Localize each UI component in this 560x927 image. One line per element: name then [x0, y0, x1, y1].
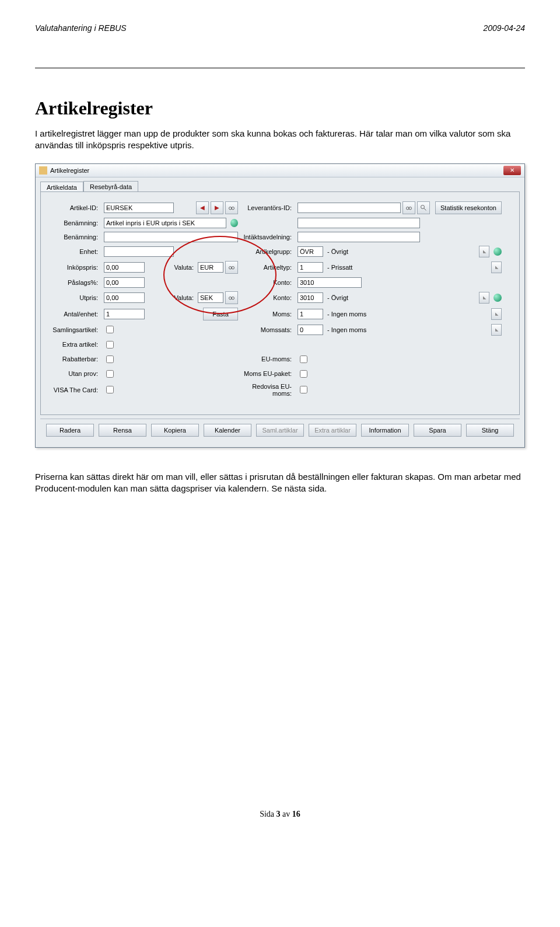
momseupaket-checkbox[interactable]: [300, 370, 307, 378]
konto2-input[interactable]: [298, 292, 323, 303]
antalenhet-input[interactable]: [104, 309, 145, 319]
tab-panel: Artikel-ID: ◀ ▶ Leverantörs-ID: Statisti…: [40, 191, 520, 415]
artikeltyp-input[interactable]: [298, 262, 323, 273]
valuta1-input[interactable]: [198, 262, 223, 273]
konto1-input[interactable]: [298, 277, 362, 288]
label-momseupaket: Moms EU-paket:: [242, 370, 294, 377]
rabatterbar-checkbox[interactable]: [106, 356, 114, 363]
intro-paragraph-1: I artikelregistret lägger man upp de pro…: [35, 128, 525, 152]
tab-resebyra[interactable]: Resebyrå-data: [83, 181, 138, 192]
inkopspris-input[interactable]: [104, 262, 145, 273]
stang-button[interactable]: Stäng: [466, 424, 514, 437]
dropdown-icon[interactable]: ◣: [491, 308, 502, 320]
label-enhet: Enhet:: [48, 248, 100, 255]
konto2-desc: - Övrigt: [325, 294, 477, 301]
window-icon: [39, 166, 47, 175]
prev-icon[interactable]: ◀: [196, 201, 209, 214]
svg-point-6: [229, 266, 232, 269]
enhet-input[interactable]: [104, 246, 174, 257]
svg-line-5: [424, 208, 426, 210]
artikeltyp-desc: - Prissatt: [325, 264, 489, 271]
binoculars-icon[interactable]: [225, 291, 238, 304]
samlartiklar-button[interactable]: Saml.artiklar: [256, 424, 304, 437]
statistik-button[interactable]: Statistik resekonton: [435, 201, 502, 214]
window-title: Artikelregister: [50, 167, 89, 174]
magnifier-icon[interactable]: [417, 201, 430, 214]
label-momssats: Momssats:: [242, 326, 294, 333]
next-icon[interactable]: ▶: [211, 201, 223, 214]
svg-point-2: [407, 207, 410, 210]
benamning2-input[interactable]: [104, 232, 238, 242]
utanprov-checkbox[interactable]: [106, 370, 114, 378]
moms-desc: - Ingen moms: [325, 311, 489, 318]
label-utanprov: Utan prov:: [48, 370, 100, 377]
label-artikeltyp: Artikeltyp:: [242, 264, 294, 271]
label-leverantorsid: Leverantörs-ID:: [242, 204, 294, 211]
label-inkopspris: Inköpspris:: [48, 264, 100, 271]
svg-point-3: [409, 207, 412, 210]
momssats-input[interactable]: [298, 325, 323, 335]
redovisaeumoms-checkbox[interactable]: [300, 386, 307, 393]
kalender-button[interactable]: Kalender: [204, 424, 251, 437]
label-konto2: Konto:: [242, 294, 294, 301]
status-dot-icon[interactable]: [230, 219, 238, 227]
kopiera-button[interactable]: Kopiera: [151, 424, 199, 437]
status-dot-icon[interactable]: [494, 248, 502, 256]
information-button[interactable]: Information: [361, 424, 409, 437]
label-benamning2: Benämning:: [48, 234, 100, 241]
artikelgrupp-input[interactable]: [298, 246, 323, 257]
status-dot-icon[interactable]: [494, 294, 502, 302]
spara-button[interactable]: Spara: [414, 424, 461, 437]
label-valuta2: Valuta:: [146, 294, 196, 301]
button-bar: Radera Rensa Kopiera Kalender Saml.artik…: [40, 419, 520, 441]
eumoms-checkbox[interactable]: [300, 356, 307, 363]
binoculars-icon[interactable]: [225, 261, 238, 274]
label-redovisaeumoms: Redovisa EU-moms:: [242, 383, 294, 397]
label-antalenhet: Antal/enhet:: [48, 311, 100, 318]
label-extraartikel: Extra artikel:: [48, 341, 100, 348]
app-window: Artikelregister ✕ Artikeldata Resebyrå-d…: [35, 163, 525, 448]
fasta-button[interactable]: Fasta: [203, 308, 238, 320]
label-paslag: Påslags%:: [48, 279, 100, 286]
page-footer: Sida 3 av 16: [35, 810, 525, 819]
svg-point-1: [232, 207, 235, 210]
leverantorsid-input[interactable]: [298, 203, 401, 213]
intaktsavdelning-input[interactable]: [298, 232, 420, 242]
header-right: 2009-04-24: [483, 23, 525, 33]
binoculars-icon[interactable]: [225, 201, 238, 214]
label-artikelid: Artikel-ID:: [48, 204, 100, 211]
visathecard-checkbox[interactable]: [106, 386, 114, 393]
momssats-desc: - Ingen moms: [325, 326, 489, 333]
moms-input[interactable]: [298, 309, 323, 319]
label-samlingsartikel: Samlingsartikel:: [48, 326, 100, 333]
svg-point-9: [232, 297, 235, 299]
doc-header: Valutahantering i REBUS 2009-04-24: [35, 23, 525, 33]
label-visathecard: VISA The Card:: [48, 386, 100, 393]
dropdown-icon[interactable]: ◣: [479, 292, 489, 304]
utpris-input[interactable]: [104, 292, 145, 303]
dropdown-icon[interactable]: ◣: [491, 324, 502, 336]
artikelgrupp-desc: - Övrigt: [325, 248, 477, 255]
paslag-input[interactable]: [104, 277, 145, 288]
dropdown-icon[interactable]: ◣: [479, 246, 489, 257]
benamning-lev-input[interactable]: [298, 218, 420, 228]
svg-point-0: [229, 207, 232, 210]
tab-strip: Artikeldata Resebyrå-data: [40, 181, 520, 192]
radera-button[interactable]: Radera: [46, 424, 94, 437]
samlingsartikel-checkbox[interactable]: [106, 326, 114, 333]
artikelid-input[interactable]: [104, 203, 174, 213]
label-rabatterbar: Rabatterbar:: [48, 356, 100, 363]
svg-point-7: [232, 266, 235, 269]
close-icon[interactable]: ✕: [503, 166, 521, 175]
dropdown-icon[interactable]: ◣: [491, 262, 502, 273]
binoculars-icon[interactable]: [402, 201, 415, 214]
benamning-input[interactable]: [104, 218, 226, 228]
page-title: Artikelregister: [35, 97, 525, 119]
svg-point-4: [421, 205, 425, 208]
extraartikel-checkbox[interactable]: [106, 341, 114, 349]
svg-point-8: [229, 297, 232, 299]
extraartiklar-button[interactable]: Extra artiklar: [309, 424, 356, 437]
rensa-button[interactable]: Rensa: [99, 424, 146, 437]
label-benamning: Benämning:: [48, 219, 100, 226]
valuta2-input[interactable]: [198, 292, 223, 303]
